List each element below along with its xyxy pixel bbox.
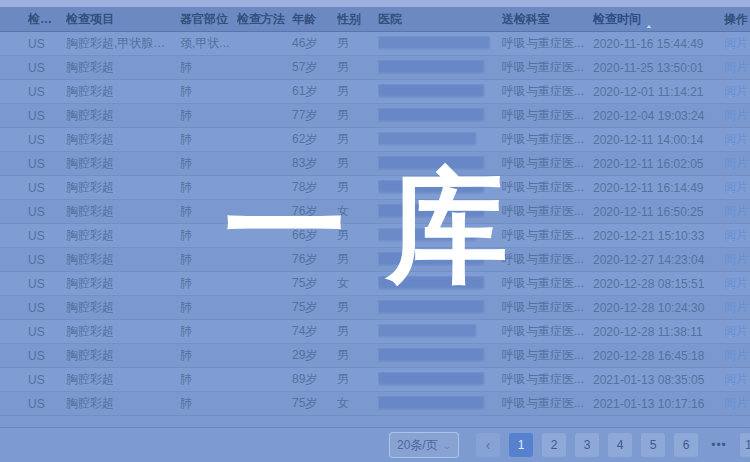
cell-hospital — [378, 84, 502, 100]
hospital-censored-box — [378, 372, 484, 385]
exam-list-screen: 检查类型检查项目器官部位检查方法年龄性别医院送检科室检查时间操作 US胸腔彩超,… — [0, 0, 750, 462]
cell-age: 62岁 — [292, 131, 337, 148]
column-header-method: 检查方法 — [237, 11, 292, 28]
hospital-censored-box — [378, 108, 484, 121]
column-header-hospital: 医院 — [378, 11, 502, 28]
watermark-text: 一库 — [224, 166, 548, 288]
table-row: US胸腔彩超肺77岁男呼吸与重症医...2020-12-04 19:03:24阅… — [0, 104, 750, 128]
cell-gender: 男 — [337, 347, 378, 364]
cell-time: 2020-12-28 10:24:30 — [593, 301, 724, 315]
sort-ascending-icon[interactable] — [645, 11, 661, 25]
cell-action: 阅片 — [724, 347, 750, 364]
view-images-link[interactable]: 阅片 — [724, 372, 748, 386]
cell-dept: 呼吸与重症医... — [502, 83, 593, 100]
view-images-link[interactable]: 阅片 — [724, 156, 748, 170]
page-button-4[interactable]: 4 — [608, 433, 632, 457]
cell-time: 2020-12-11 14:00:14 — [593, 133, 724, 147]
cell-action: 阅片 — [724, 131, 750, 148]
cell-organ: 肺 — [180, 299, 237, 316]
cell-type: US — [28, 157, 66, 171]
cell-action: 阅片 — [724, 179, 750, 196]
cell-time: 2020-12-04 19:03:24 — [593, 109, 724, 123]
cell-age: 74岁 — [292, 323, 337, 340]
view-images-link[interactable]: 阅片 — [724, 396, 748, 410]
cell-dept: 呼吸与重症医... — [502, 35, 593, 52]
cell-time: 2020-12-11 16:14:49 — [593, 181, 724, 195]
cell-hospital — [378, 36, 502, 52]
cell-item: 胸腔彩超 — [66, 371, 180, 388]
view-images-link[interactable]: 阅片 — [724, 84, 748, 98]
hospital-censored-box — [378, 132, 476, 145]
cell-gender: 男 — [337, 323, 378, 340]
cell-time: 2021-01-13 10:17:16 — [593, 397, 724, 411]
table-row: US胸腔彩超,甲状腺彩超颈,甲状...46岁男呼吸与重症医...2020-11-… — [0, 32, 750, 56]
cell-item: 胸腔彩超 — [66, 395, 180, 412]
cell-type: US — [28, 301, 66, 315]
view-images-link[interactable]: 阅片 — [724, 132, 748, 146]
view-images-link[interactable]: 阅片 — [724, 108, 748, 122]
cell-gender: 男 — [337, 35, 378, 52]
hospital-censored-box — [378, 60, 484, 73]
cell-type: US — [28, 277, 66, 291]
column-header-time[interactable]: 检查时间 — [593, 11, 724, 28]
cell-action: 阅片 — [724, 323, 750, 340]
cell-dept: 呼吸与重症医... — [502, 323, 593, 340]
cell-action: 阅片 — [724, 299, 750, 316]
page-button-2[interactable]: 2 — [542, 433, 566, 457]
cell-hospital — [378, 132, 502, 148]
cell-action: 阅片 — [724, 83, 750, 100]
page-button-6[interactable]: 6 — [674, 433, 698, 457]
cell-action: 阅片 — [724, 371, 750, 388]
page-size-select[interactable]: 20条/页 ⌄ — [389, 432, 459, 458]
cell-age: 77岁 — [292, 107, 337, 124]
cell-type: US — [28, 61, 66, 75]
column-header-dept: 送检科室 — [502, 11, 593, 28]
cell-action: 阅片 — [724, 275, 750, 292]
cell-item: 胸腔彩超 — [66, 275, 180, 292]
cell-organ: 肺 — [180, 323, 237, 340]
cell-organ: 肺 — [180, 371, 237, 388]
cell-time: 2020-12-21 15:10:33 — [593, 229, 724, 243]
table-row: US胸腔彩超肺75岁男呼吸与重症医...2020-12-28 10:24:30阅… — [0, 296, 750, 320]
column-header-organ: 器官部位 — [180, 11, 237, 28]
cell-organ: 肺 — [180, 83, 237, 100]
view-images-link[interactable]: 阅片 — [724, 348, 748, 362]
view-images-link[interactable]: 阅片 — [724, 228, 748, 242]
cell-item: 胸腔彩超 — [66, 251, 180, 268]
cell-gender: 男 — [337, 59, 378, 76]
cell-gender: 男 — [337, 107, 378, 124]
page-button-16[interactable]: 16 — [740, 433, 750, 457]
column-header-action: 操作 — [724, 11, 750, 28]
table-row: US胸腔彩超肺61岁男呼吸与重症医...2020-12-01 11:14:21阅… — [0, 80, 750, 104]
cell-action: 阅片 — [724, 227, 750, 244]
cell-type: US — [28, 397, 66, 411]
cell-type: US — [28, 133, 66, 147]
cell-hospital — [378, 324, 502, 340]
page-button-3[interactable]: 3 — [575, 433, 599, 457]
view-images-link[interactable]: 阅片 — [724, 300, 748, 314]
cell-item: 胸腔彩超 — [66, 323, 180, 340]
view-images-link[interactable]: 阅片 — [724, 204, 748, 218]
view-images-link[interactable]: 阅片 — [724, 324, 748, 338]
table-row: US胸腔彩超肺75岁女呼吸与重症医...2021-01-13 10:17:16阅… — [0, 392, 750, 416]
view-images-link[interactable]: 阅片 — [724, 180, 748, 194]
cell-gender: 男 — [337, 371, 378, 388]
view-images-link[interactable]: 阅片 — [724, 60, 748, 74]
table-row: US胸腔彩超肺74岁男呼吸与重症医...2020-12-28 11:38:11阅… — [0, 320, 750, 344]
view-images-link[interactable]: 阅片 — [724, 36, 748, 50]
page-button-1[interactable]: 1 — [509, 433, 533, 457]
view-images-link[interactable]: 阅片 — [724, 252, 748, 266]
pages-ellipsis: ••• — [707, 433, 731, 457]
cell-time: 2020-12-11 16:50:25 — [593, 205, 724, 219]
cell-action: 阅片 — [724, 59, 750, 76]
cell-item: 胸腔彩超 — [66, 227, 180, 244]
cell-dept: 呼吸与重症医... — [502, 107, 593, 124]
cell-age: 29岁 — [292, 347, 337, 364]
cell-hospital — [378, 108, 502, 124]
cell-item: 胸腔彩超 — [66, 131, 180, 148]
view-images-link[interactable]: 阅片 — [724, 276, 748, 290]
page-button-5[interactable]: 5 — [641, 433, 665, 457]
cell-type: US — [28, 373, 66, 387]
prev-page-button[interactable]: ‹ — [476, 433, 500, 457]
cell-action: 阅片 — [724, 251, 750, 268]
